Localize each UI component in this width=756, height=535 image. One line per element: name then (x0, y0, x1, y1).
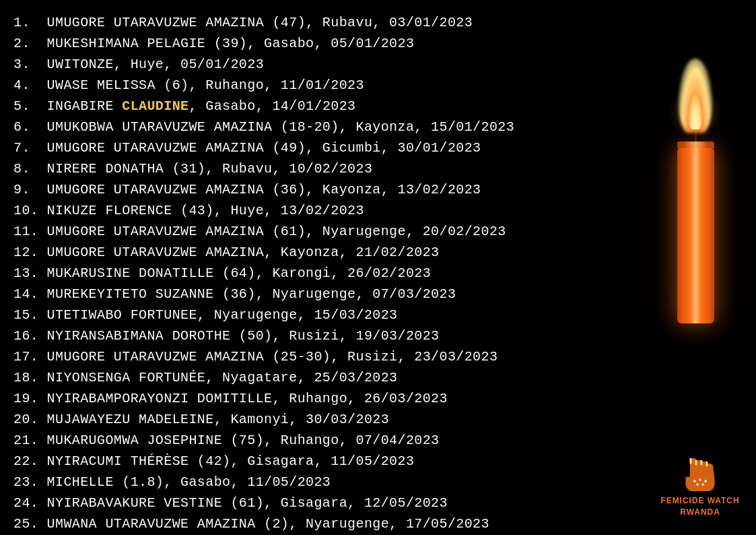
list-area: 1. UMUGORE UTARAVUZWE AMAZINA (47), Ruba… (13, 12, 653, 534)
svg-point-6 (704, 480, 707, 482)
logo-line1: FEMICIDE WATCH (660, 496, 739, 505)
list-item: 15. UTETIWABO FORTUNEE, Nyarugenge, 15/0… (13, 305, 653, 325)
main-container: 1. UMUGORE UTARAVUZWE AMAZINA (47), Ruba… (0, 0, 756, 535)
list-item: 8. NIRERE DONATHA (31), Rubavu, 10/02/20… (13, 158, 653, 179)
list-item: 3. UWITONZE, Huye, 05/01/2023 (13, 54, 653, 75)
list-item: 23. MICHELLE (1.8), Gasabo, 11/05/2023 (13, 472, 653, 493)
logo-container: FEMICIDE WATCH RWANDA (656, 451, 744, 518)
list-item: 1. UMUGORE UTARAVUZWE AMAZINA (47), Ruba… (13, 12, 653, 33)
candle-body (677, 148, 714, 323)
list-item: 7. UMUGORE UTARAVUZWE AMAZINA (49), Gicu… (13, 137, 653, 158)
logo-text: FEMICIDE WATCH RWANDA (660, 495, 739, 518)
list-item: 5. INGABIRE CLAUDINE, Gasabo, 14/01/2023 (13, 96, 653, 117)
list-item: 18. NIYONSENGA FORTUNÉE, Nyagatare, 25/0… (13, 367, 653, 388)
list-item: 19. NYIRABAMPORAYONZI DOMITILLE, Ruhango… (13, 388, 653, 409)
list-item: 13. MUKARUSINE DONATILLE (64), Karongi, … (13, 263, 653, 284)
svg-point-5 (699, 478, 701, 481)
list-item: 17. UMUGORE UTARAVUZWE AMAZINA (25-30), … (13, 346, 653, 367)
list-item: 6. UMUKOBWA UTARAVUZWE AMAZINA (18-20), … (13, 117, 653, 137)
logo-line2: RWANDA (680, 507, 720, 517)
svg-point-8 (701, 483, 704, 486)
candle-top (677, 141, 714, 148)
list-item: 21. MUKARUGOMWA JOSEPHINE (75), Ruhango,… (13, 430, 653, 451)
list-item: 24. NYIRABAVAKURE VESTINE (61), Gisagara… (13, 493, 653, 513)
list-item: 16. NYIRANSABIMANA DOROTHE (50), Rusizi,… (13, 325, 653, 346)
list-item: 10. NIKUZE FLORENCE (43), Huye, 13/02/20… (13, 200, 653, 221)
list-item: 2. MUKESHIMANA PELAGIE (39), Gasabo, 05/… (13, 33, 653, 54)
candle-decoration (642, 40, 749, 323)
hand-icon (680, 451, 720, 491)
list-item: 12. UMUGORE UTARAVUZWE AMAZINA, Kayonza,… (13, 242, 653, 263)
list-item: 14. MUREKEYITETO SUZANNE (36), Nyarugeng… (13, 284, 653, 305)
list-item: 20. MUJAWAYEZU MADELEINE, Kamonyi, 30/03… (13, 409, 653, 430)
svg-point-4 (693, 480, 696, 482)
flame (675, 52, 716, 133)
list-item: 4. UWASE MELISSA (6), Ruhango, 11/01/202… (13, 75, 653, 96)
svg-point-7 (696, 483, 699, 486)
list-item: 25. UMWANA UTARAVUZWE AMAZINA (2), Nyaru… (13, 513, 653, 534)
list-item: 22. NYIRACUMI THÉRÈSE (42), Gisagara, 11… (13, 451, 653, 472)
list-item: 11. UMUGORE UTARAVUZWE AMAZINA (61), Nya… (13, 221, 653, 242)
list-item: 9. UMUGORE UTARAVUZWE AMAZINA (36), Kayo… (13, 179, 653, 200)
